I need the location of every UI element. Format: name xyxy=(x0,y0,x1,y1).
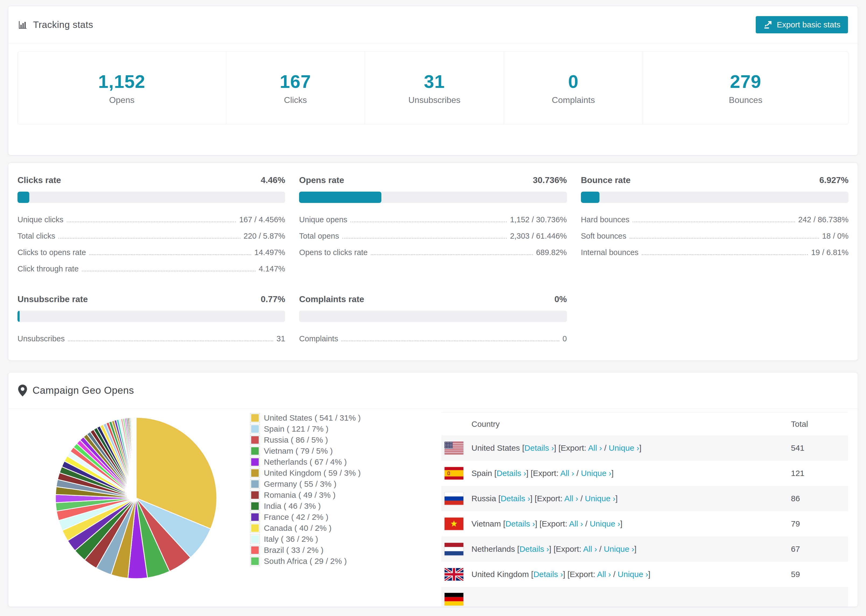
details-link[interactable]: Details › xyxy=(524,443,554,452)
rate-detail-row: Total clicks 220 / 5.87% xyxy=(17,232,285,240)
rate-block-unsubscribe-rate: Unsubscribe rate 0.77% Unsubscribes 31 xyxy=(17,294,285,343)
legend-swatch xyxy=(250,556,260,566)
export-unique-link[interactable]: Unique › xyxy=(604,545,634,553)
stat-cell-opens: 1,152 Opens xyxy=(18,52,226,124)
total-cell: 86 xyxy=(791,494,800,503)
export-basic-stats-button[interactable]: Export basic stats xyxy=(756,16,848,33)
export-button-label: Export basic stats xyxy=(777,20,841,29)
rate-detail-value: 14.497% xyxy=(254,248,285,257)
legend-swatch xyxy=(250,413,260,423)
rate-detail-value: 0 xyxy=(563,334,567,343)
rate-progressbar-fill xyxy=(299,192,381,203)
rate-percent: 6.927% xyxy=(819,175,849,185)
details-link[interactable]: Details › xyxy=(496,469,526,478)
legend-item-netherlands: Netherlands ( 67 / 4% ) xyxy=(250,456,361,467)
rate-detail-value: 4.147% xyxy=(259,264,285,273)
stat-value: 0 xyxy=(568,71,578,92)
rate-detail-label: Clicks to opens rate xyxy=(17,248,86,257)
geo-table-row-nl: Netherlands [Details ›] [Export: All › /… xyxy=(441,536,848,562)
tracking-stats-card: Tracking stats Export basic stats 1,152 … xyxy=(8,6,858,156)
rate-detail-label: Unsubscribes xyxy=(17,334,65,343)
legend-swatch xyxy=(250,479,260,489)
flag-es-icon xyxy=(444,467,463,480)
export-all-link[interactable]: All › xyxy=(597,570,611,579)
export-unique-link[interactable]: Unique › xyxy=(581,469,611,478)
rate-detail-row: Total opens 2,303 / 61.446% xyxy=(299,232,567,240)
export-all-link[interactable]: All › xyxy=(569,519,583,528)
rate-progressbar-fill xyxy=(17,192,29,203)
legend-label: United Kingdom ( 59 / 3% ) xyxy=(264,468,361,478)
rate-progressbar-fill xyxy=(17,311,20,322)
dotted-leader xyxy=(633,222,795,222)
legend-swatch xyxy=(250,545,260,555)
campaign-geo-opens-card: Campaign Geo Opens United States ( 541 /… xyxy=(8,372,858,607)
details-link[interactable]: Details › xyxy=(505,519,535,528)
rate-detail-row: Clicks to opens rate 14.497% xyxy=(17,248,285,257)
country-name: United Kingdom xyxy=(471,570,529,579)
stat-label: Bounces xyxy=(729,95,762,105)
legend-label: Romania ( 49 / 3% ) xyxy=(264,490,335,500)
export-all-link[interactable]: All › xyxy=(588,443,602,452)
total-cell: 79 xyxy=(791,519,800,528)
rates-card: Clicks rate 4.46% Unique clicks 167 / 4.… xyxy=(8,163,858,361)
legend-swatch xyxy=(250,457,260,467)
rate-detail-row: Soft bounces 18 / 0% xyxy=(581,232,849,240)
stat-label: Clicks xyxy=(284,95,307,105)
legend-item-united-kingdom: United Kingdom ( 59 / 3% ) xyxy=(250,467,361,478)
rate-detail-label: Unique opens xyxy=(299,215,347,224)
flag-gb-icon xyxy=(444,568,463,581)
country-cell: Spain [Details ›] [Export: All › / Uniqu… xyxy=(471,469,614,478)
legend-item-russia: Russia ( 86 / 5% ) xyxy=(250,434,361,445)
rate-detail-value: 242 / 86.738% xyxy=(798,215,849,224)
rate-title: Complaints rate xyxy=(299,294,364,304)
flag-nl-icon xyxy=(444,543,463,556)
rate-percent: 0% xyxy=(554,294,567,304)
export-unique-link[interactable]: Unique › xyxy=(585,494,615,503)
rate-title: Opens rate xyxy=(299,175,344,185)
details-link[interactable]: Details › xyxy=(533,570,563,579)
column-total: Total xyxy=(791,420,808,429)
dotted-leader xyxy=(341,341,559,341)
export-unique-link[interactable]: Unique › xyxy=(609,443,639,452)
legend-swatch xyxy=(250,523,260,533)
legend-label: India ( 46 / 3% ) xyxy=(264,501,321,511)
export-all-link[interactable]: All › xyxy=(560,469,574,478)
rate-heading: Bounce rate 6.927% xyxy=(581,175,849,185)
export-unique-link[interactable]: Unique › xyxy=(618,570,648,579)
rate-detail-label: Unique clicks xyxy=(17,215,63,224)
stat-value: 1,152 xyxy=(98,71,145,92)
rate-detail-label: Hard bounces xyxy=(581,215,630,224)
country-name: Russia xyxy=(471,494,496,503)
rate-detail-value: 18 / 0% xyxy=(822,232,849,240)
total-cell: 59 xyxy=(791,570,800,579)
geo-table-row-de-partial xyxy=(441,587,848,607)
legend-label: Vietnam ( 79 / 5% ) xyxy=(264,446,333,456)
geo-country-table: Country Total United States [Details ›] … xyxy=(441,412,848,607)
legend-item-germany: Germany ( 55 / 3% ) xyxy=(250,478,361,489)
rate-heading: Unsubscribe rate 0.77% xyxy=(17,294,285,304)
legend-item-brazil: Brazil ( 33 / 2% ) xyxy=(250,545,361,556)
legend-item-india: India ( 46 / 3% ) xyxy=(250,500,361,511)
export-all-link[interactable]: All › xyxy=(564,494,578,503)
map-pin-icon xyxy=(18,385,27,396)
details-link[interactable]: Details › xyxy=(519,545,549,553)
export-all-link[interactable]: All › xyxy=(583,545,597,553)
stat-value: 167 xyxy=(280,71,311,92)
legend-item-canada: Canada ( 40 / 2% ) xyxy=(250,522,361,533)
legend-swatch xyxy=(250,534,260,544)
rate-detail-value: 19 / 6.81% xyxy=(811,248,849,257)
details-link[interactable]: Details › xyxy=(501,494,530,503)
export-unique-link[interactable]: Unique › xyxy=(590,519,620,528)
legend-item-romania: Romania ( 49 / 3% ) xyxy=(250,489,361,500)
legend-label: Russia ( 86 / 5% ) xyxy=(264,435,328,445)
stat-cell-complaints: 0 Complaints xyxy=(504,52,643,124)
rate-progressbar xyxy=(17,192,285,203)
country-cell: Vietnam [Details ›] [Export: All › / Uni… xyxy=(471,519,622,528)
dotted-leader xyxy=(642,254,808,255)
stat-label: Unsubscribes xyxy=(408,95,460,105)
rate-block-clicks-rate: Clicks rate 4.46% Unique clicks 167 / 4.… xyxy=(17,175,285,273)
country-cell: United States [Details ›] [Export: All ›… xyxy=(471,443,641,453)
rate-detail-value: 220 / 5.87% xyxy=(244,232,285,240)
legend-swatch xyxy=(250,512,260,522)
stat-label: Opens xyxy=(109,95,134,105)
